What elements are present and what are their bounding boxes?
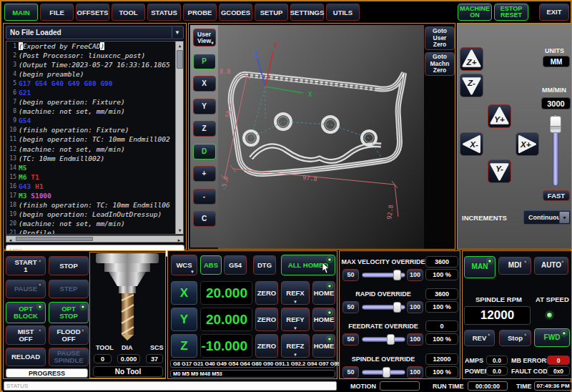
mist-led bbox=[38, 328, 42, 333]
feedrate-override-slider-track[interactable] bbox=[362, 337, 405, 342]
stop-button[interactable]: STOP bbox=[49, 256, 89, 275]
home-y-button[interactable]: HOME bbox=[312, 308, 335, 331]
g54-button[interactable]: G54 bbox=[224, 255, 247, 275]
chevron-down-icon[interactable]: ▼ bbox=[172, 27, 182, 38]
pause-button[interactable]: PAUSE bbox=[6, 280, 46, 298]
tab-settings[interactable]: SETTINGS bbox=[290, 4, 324, 21]
ref-y-button[interactable]: REFY▼ bbox=[281, 308, 310, 331]
auto-mode-button[interactable]: AUTO bbox=[534, 257, 568, 275]
pause-led bbox=[38, 283, 42, 287]
jog-y-minus-button[interactable]: Y- bbox=[488, 160, 511, 183]
zero-y-button[interactable]: ZERO bbox=[255, 308, 278, 331]
tab-status[interactable]: STATUS bbox=[147, 4, 181, 21]
goto-user-zero-button[interactable]: Goto User Zero bbox=[425, 26, 455, 50]
view-button-c[interactable]: C bbox=[193, 211, 216, 227]
spindle-fwd-button[interactable]: FWD bbox=[534, 328, 570, 347]
spindle-stop-button[interactable]: Stop bbox=[499, 330, 531, 346]
view-button-zoom-out[interactable]: - bbox=[193, 189, 216, 205]
scroll-right-icon[interactable]: ► bbox=[175, 236, 183, 244]
tab-file[interactable]: FILE bbox=[40, 4, 74, 21]
gcode-editor[interactable]: 1(Exported by FreeCAD)2(Post Processor: … bbox=[6, 41, 184, 235]
spindle-override-slider-handle[interactable] bbox=[383, 367, 390, 378]
tab-gcodes[interactable]: GCODES bbox=[219, 4, 252, 21]
wcs-button[interactable]: WCS ▼ bbox=[171, 255, 197, 275]
mist-button[interactable]: MIST OFF bbox=[6, 325, 46, 345]
view-button-zoom-in[interactable]: + bbox=[193, 166, 216, 182]
machine-on-button[interactable]: MACHINE ON bbox=[458, 4, 492, 21]
file-combo[interactable]: No File Loaded ▼ bbox=[6, 26, 184, 39]
home-z-button[interactable]: HOME bbox=[312, 334, 335, 358]
max-velocity-override-max-button[interactable]: 100 bbox=[407, 269, 423, 281]
abs-button[interactable]: ABS bbox=[200, 255, 222, 275]
exit-button[interactable]: EXIT bbox=[539, 4, 569, 21]
rapid-override-max-button[interactable]: 100 bbox=[407, 301, 423, 313]
spindle-rev-button[interactable]: REV bbox=[464, 330, 495, 346]
cycle-start-button[interactable]: START 1 bbox=[6, 256, 46, 275]
scroll-up-icon[interactable]: ▲ bbox=[176, 41, 184, 49]
view-button-y[interactable]: Y bbox=[193, 99, 216, 114]
spindle-override-min-button[interactable]: 50 bbox=[342, 366, 359, 378]
feedrate-override-min-button[interactable]: 50 bbox=[342, 333, 359, 346]
pause-spindle-button[interactable]: PAUSE SPINDLE bbox=[49, 348, 89, 366]
increments-combo[interactable]: Continuous ▼ bbox=[523, 210, 571, 225]
feedrate-override-slider-handle[interactable] bbox=[387, 334, 395, 345]
jog-z-minus-button[interactable]: Z- bbox=[460, 74, 483, 97]
spindle-override-max-button[interactable]: 100 bbox=[407, 366, 423, 378]
max-velocity-override-slider-handle[interactable] bbox=[393, 270, 401, 280]
cycle-start-led bbox=[38, 259, 42, 263]
horizontal-scroll-thumb[interactable] bbox=[16, 237, 93, 241]
dim-bottom-left: -5.0 bbox=[220, 175, 230, 191]
view-button-x[interactable]: X bbox=[193, 76, 216, 92]
jog-x-minus-button[interactable]: X- bbox=[460, 132, 483, 156]
chevron-down-icon[interactable]: ▼ bbox=[559, 212, 569, 223]
tab-probe[interactable]: PROBE bbox=[183, 4, 217, 21]
opt-block-button[interactable]: OPT BLOCK bbox=[6, 302, 46, 323]
toolpath-viewport[interactable]: Z Y X 8.8 58.8 -5.0 97.8 92.8 bbox=[218, 25, 424, 249]
view-button-d[interactable]: D bbox=[193, 144, 216, 160]
view-button-z[interactable]: Z bbox=[193, 121, 216, 137]
feedrate-override-max-button[interactable]: 100 bbox=[407, 333, 423, 346]
gcode-token: G54 bbox=[19, 117, 31, 124]
view-button-user-view[interactable]: User View▾ bbox=[193, 29, 216, 46]
vertical-scroll-thumb[interactable] bbox=[177, 50, 183, 69]
rapid-override-slider-handle[interactable] bbox=[393, 302, 401, 313]
fast-button[interactable]: FAST bbox=[543, 190, 570, 201]
rapid-override-slider[interactable] bbox=[362, 301, 405, 313]
jog-x-plus-button[interactable]: X+ bbox=[516, 132, 539, 156]
tab-utils[interactable]: UTILS bbox=[326, 4, 360, 21]
mdi-mode-button[interactable]: MDI bbox=[498, 257, 531, 275]
tab-tool[interactable]: TOOL bbox=[112, 4, 145, 21]
opt-stop-button[interactable]: OPT STOP bbox=[49, 302, 89, 323]
jog-rate-slider-handle[interactable] bbox=[550, 116, 561, 133]
home-x-button[interactable]: HOME bbox=[312, 281, 335, 305]
ref-z-button[interactable]: REFZ▼ bbox=[281, 334, 310, 358]
power-label: POWER bbox=[465, 368, 489, 375]
flood-button[interactable]: FLOOD OFF bbox=[49, 325, 89, 345]
max-velocity-override-slider[interactable] bbox=[362, 269, 405, 281]
scroll-left-icon[interactable]: ◄ bbox=[6, 236, 14, 244]
man-mode-button[interactable]: MAN bbox=[464, 256, 495, 278]
ref-x-button[interactable]: REFX▼ bbox=[281, 281, 310, 305]
jog-z-plus-button[interactable]: Z+ bbox=[460, 47, 483, 71]
zero-z-button[interactable]: ZERO bbox=[255, 334, 278, 358]
horizontal-scrollbar[interactable]: ◄ ► bbox=[6, 235, 184, 242]
vertical-scrollbar[interactable]: ▲ ▼ bbox=[175, 41, 183, 234]
jog-y-plus-button[interactable]: Y+ bbox=[488, 104, 511, 128]
goto-machine-zero-button[interactable]: Goto Machn Zero bbox=[425, 52, 455, 76]
tab-offsets[interactable]: OFFSETS bbox=[76, 4, 109, 21]
tab-main[interactable]: MAIN bbox=[4, 4, 38, 21]
scroll-down-icon[interactable]: ▼ bbox=[176, 226, 184, 234]
tab-setup[interactable]: SETUP bbox=[255, 4, 288, 21]
rapid-override-min-button[interactable]: 50 bbox=[342, 301, 359, 313]
estop-reset-button[interactable]: ESTOP RESET bbox=[494, 4, 528, 21]
zero-x-button[interactable]: ZERO bbox=[255, 281, 278, 305]
view-button-strip: User View▾PXYZD+-C bbox=[190, 25, 218, 248]
spindle-override-slider[interactable] bbox=[362, 366, 405, 378]
feedrate-override-slider[interactable] bbox=[362, 333, 405, 346]
max-velocity-override-min-button[interactable]: 50 bbox=[342, 269, 359, 281]
step-button[interactable]: STEP bbox=[49, 280, 89, 298]
line-number: 4 bbox=[6, 71, 19, 77]
view-button-p[interactable]: P bbox=[193, 54, 216, 69]
reload-button[interactable]: RELOAD bbox=[6, 348, 46, 366]
dtg-button[interactable]: DTG bbox=[253, 255, 276, 275]
